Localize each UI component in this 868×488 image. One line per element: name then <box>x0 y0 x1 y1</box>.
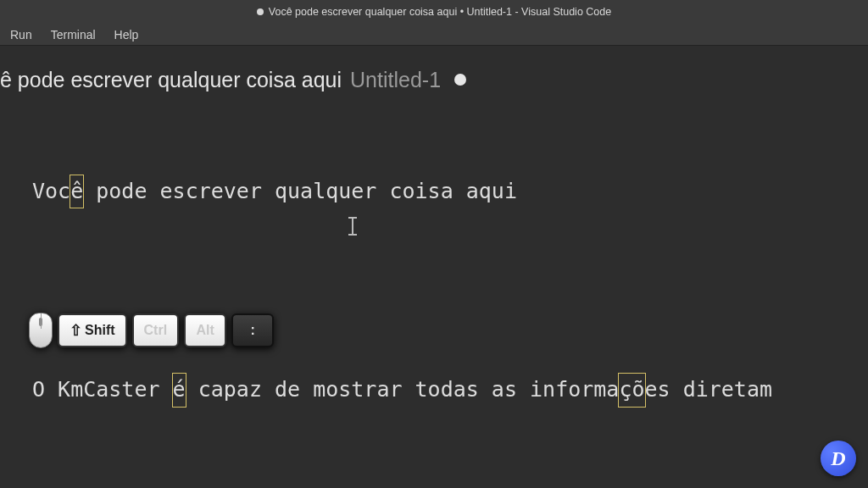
key-label: Shift <box>85 323 115 338</box>
key-label: : <box>250 323 254 338</box>
unsaved-dot-icon <box>257 8 264 15</box>
window-title: Você pode escrever qualquer coisa aqui •… <box>269 6 611 18</box>
editor-line <box>32 473 868 488</box>
key-alt: Alt <box>184 313 226 347</box>
key-label: Alt <box>196 323 214 338</box>
menu-run[interactable]: Run <box>5 26 37 43</box>
editor-line <box>32 274 868 308</box>
menu-bar: Run Terminal Help <box>0 24 868 46</box>
editor-line: O KmCaster é capaz de mostrar todas as i… <box>32 373 868 408</box>
tab-untitled-1[interactable]: ê pode escrever qualquer coisa aqui Unti… <box>0 64 481 95</box>
diolinux-logo: D <box>821 441 856 476</box>
editor-line: Você pode escrever qualquer coisa aqui <box>32 175 868 209</box>
spacer <box>0 46 868 64</box>
tab-content-preview: ê pode escrever qualquer coisa aqui <box>0 68 342 92</box>
menu-terminal[interactable]: Terminal <box>46 26 101 43</box>
key-label: Ctrl <box>144 323 168 338</box>
key-shift: ⇧Shift <box>58 313 127 347</box>
window-titlebar: Você pode escrever qualquer coisa aqui •… <box>0 0 868 24</box>
tab-filename: Untitled-1 <box>350 68 441 92</box>
tab-bar: ê pode escrever qualquer coisa aqui Unti… <box>0 64 868 95</box>
logo-letter: D <box>831 447 845 470</box>
menu-help[interactable]: Help <box>109 26 144 43</box>
editor[interactable]: Você pode escrever qualquer coisa aqui O… <box>0 95 868 488</box>
shift-arrow-icon: ⇧ <box>70 321 82 340</box>
mouse-icon <box>29 313 53 348</box>
kmcaster-overlay[interactable]: ⇧Shift Ctrl Alt : <box>25 309 277 352</box>
dirty-indicator-icon <box>454 74 466 86</box>
key-ctrl: Ctrl <box>132 313 180 347</box>
key-colon: : <box>231 313 274 347</box>
